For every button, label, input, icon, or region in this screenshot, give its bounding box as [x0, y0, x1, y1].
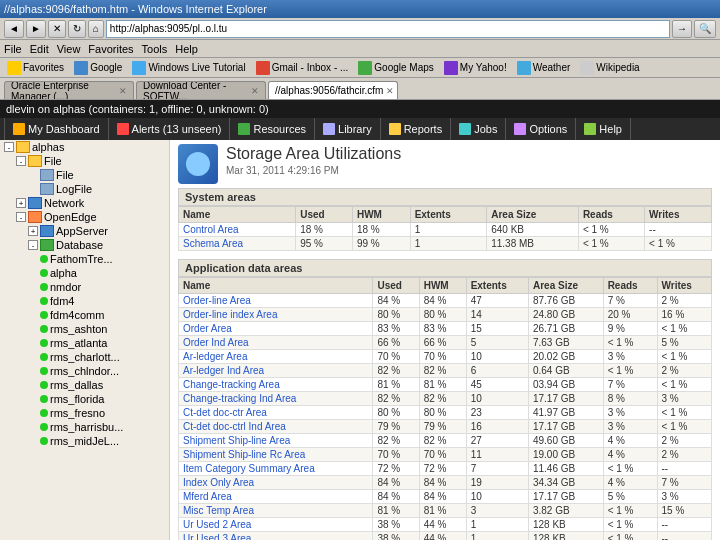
menu-tools[interactable]: Tools [142, 43, 168, 55]
sidebar-label-rms-atlanta: rms_atlanta [50, 337, 107, 349]
tab-fathom-close[interactable]: ✕ [386, 86, 394, 96]
app-area-link[interactable]: Ct-det doc-ctr Area [183, 407, 267, 418]
app-area-link[interactable]: Order Ind Area [183, 337, 249, 348]
tab-download[interactable]: Download Center - SOFTW... ✕ [136, 81, 266, 99]
expand-database[interactable]: - [28, 240, 38, 250]
sidebar-item-rms-dallas[interactable]: rms_dallas [36, 378, 169, 392]
nav-help[interactable]: Help [576, 118, 631, 140]
app-col-hwm: HWM [419, 278, 466, 294]
tab-fathom[interactable]: //alphas:9056/fathcir.cfm ✕ [268, 81, 398, 99]
app-area-link[interactable]: Change-tracking Area [183, 379, 280, 390]
main-content: - alphas - File File LogFile + [0, 140, 720, 540]
nav-alerts[interactable]: Alerts (13 unseen) [109, 118, 231, 140]
app-col-reads: Reads [603, 278, 657, 294]
options-icon [514, 123, 526, 135]
sidebar-item-rms-charlotte[interactable]: rms_charlott... [36, 350, 169, 364]
fav-gmaps[interactable]: Google Maps [355, 59, 436, 77]
tab-oracle-close[interactable]: ✕ [119, 86, 127, 96]
fav-favorites[interactable]: Favorites [4, 59, 67, 77]
nav-dashboard[interactable]: My Dashboard [4, 118, 109, 140]
fav-wikipedia[interactable]: Wikipedia [577, 59, 642, 77]
sidebar-item-appserver[interactable]: + AppServer [24, 224, 169, 238]
menu-favorites[interactable]: Favorites [88, 43, 133, 55]
app-area-link[interactable]: Ct-det doc-ctrl Ind Area [183, 421, 286, 432]
sys-col-name: Name [179, 207, 296, 223]
sidebar-item-network[interactable]: + Network [12, 196, 169, 210]
sidebar-label-file: File [44, 155, 62, 167]
sidebar-item-fdm4comm[interactable]: fdm4comm [36, 308, 169, 322]
sidebar-item-logfile[interactable]: LogFile [24, 182, 169, 196]
sidebar-item-file[interactable]: - File [12, 154, 169, 168]
app-area-link[interactable]: Ur Used 3 Area [183, 533, 251, 540]
app-area-link[interactable]: Order Area [183, 323, 232, 334]
menu-edit[interactable]: Edit [30, 43, 49, 55]
app-area-link[interactable]: Shipment Ship-line Rc Area [183, 449, 305, 460]
app-cell-used: 70 % [373, 350, 419, 364]
menu-view[interactable]: View [57, 43, 81, 55]
app-cell-reads: < 1 % [603, 504, 657, 518]
app-area-link[interactable]: Index Only Area [183, 477, 254, 488]
address-bar[interactable] [106, 20, 670, 38]
app-cell-writes: < 1 % [657, 406, 711, 420]
expand-appserver[interactable]: + [28, 226, 38, 236]
sidebar-item-rms-harrisburg[interactable]: rms_harrisbu... [36, 420, 169, 434]
stop-button[interactable]: ✕ [48, 20, 66, 38]
sidebar-item-rms-fresno[interactable]: rms_fresno [36, 406, 169, 420]
app-area-link[interactable]: Item Category Summary Area [183, 463, 315, 474]
sidebar-item-openedge[interactable]: - OpenEdge [12, 210, 169, 224]
sys-area-link[interactable]: Control Area [183, 224, 239, 235]
app-area-link[interactable]: Order-line Area [183, 295, 251, 306]
sidebar-item-rms-ashton[interactable]: rms_ashton [36, 322, 169, 336]
sidebar-item-fathomtre[interactable]: FathomTre... [36, 252, 169, 266]
sidebar-item-rms-florida[interactable]: rms_florida [36, 392, 169, 406]
app-area-link[interactable]: Mferd Area [183, 491, 232, 502]
nav-jobs[interactable]: Jobs [451, 118, 506, 140]
app-area-link[interactable]: Change-tracking Ind Area [183, 393, 296, 404]
fav-gmail[interactable]: Gmail - Inbox - ... [253, 59, 352, 77]
expand-network[interactable]: + [16, 198, 26, 208]
app-area-link[interactable]: Ur Used 2 Area [183, 519, 251, 530]
nav-reports[interactable]: Reports [381, 118, 452, 140]
app-area-link[interactable]: Order-line index Area [183, 309, 278, 320]
nav-options[interactable]: Options [506, 118, 576, 140]
tab-oracle[interactable]: Oracle Enterprise Manager (...) ✕ [4, 81, 134, 99]
sidebar-item-rms-chlndor[interactable]: rms_chlndor... [36, 364, 169, 378]
expand-file[interactable]: - [16, 156, 26, 166]
tab-download-close[interactable]: ✕ [251, 86, 259, 96]
sidebar-item-fdm4[interactable]: fdm4 [36, 294, 169, 308]
app-area-link[interactable]: Misc Temp Area [183, 505, 254, 516]
app-area-link[interactable]: Shipment Ship-line Area [183, 435, 290, 446]
database-icon [40, 239, 54, 251]
sidebar-item-rms-midjel[interactable]: rms_midJeL... [36, 434, 169, 448]
sidebar-item-alphas[interactable]: - alphas [0, 140, 169, 154]
expand-alphas[interactable]: - [4, 142, 14, 152]
app-area-link[interactable]: Ar-ledger Area [183, 351, 247, 362]
app-area-link[interactable]: Ar-ledger Ind Area [183, 365, 264, 376]
alert-icon [117, 123, 129, 135]
go-button[interactable]: → [672, 20, 692, 38]
sidebar-item-alpha[interactable]: alpha [36, 266, 169, 280]
sys-area-link[interactable]: Schema Area [183, 238, 243, 249]
search-button-browser[interactable]: 🔍 [694, 20, 716, 38]
fav-weather[interactable]: Weather [514, 59, 574, 77]
sidebar-item-database[interactable]: - Database [24, 238, 169, 252]
nav-resources[interactable]: Resources [230, 118, 315, 140]
back-button[interactable]: ◄ [4, 20, 24, 38]
forward-button[interactable]: ► [26, 20, 46, 38]
fav-windows-live[interactable]: Windows Live Tutorial [129, 59, 248, 77]
app-table-row: Order Area 83 % 83 % 15 26.71 GB 9 % < 1… [179, 322, 712, 336]
sidebar-item-nmdor[interactable]: nmdor [36, 280, 169, 294]
fav-yahoo[interactable]: My Yahoo! [441, 59, 510, 77]
app-table-row: Ur Used 2 Area 38 % 44 % 1 128 KB < 1 % … [179, 518, 712, 532]
refresh-button[interactable]: ↻ [68, 20, 86, 38]
home-button[interactable]: ⌂ [88, 20, 104, 38]
sidebar-item-rms-atlanta[interactable]: rms_atlanta [36, 336, 169, 350]
logo-inner [186, 152, 210, 176]
expand-openedge[interactable]: - [16, 212, 26, 222]
nav-library[interactable]: Library [315, 118, 381, 140]
fav-google[interactable]: Google [71, 59, 125, 77]
sidebar-item-file2[interactable]: File [24, 168, 169, 182]
menu-help[interactable]: Help [175, 43, 198, 55]
menu-file[interactable]: File [4, 43, 22, 55]
app-cell-name: Mferd Area [179, 490, 373, 504]
